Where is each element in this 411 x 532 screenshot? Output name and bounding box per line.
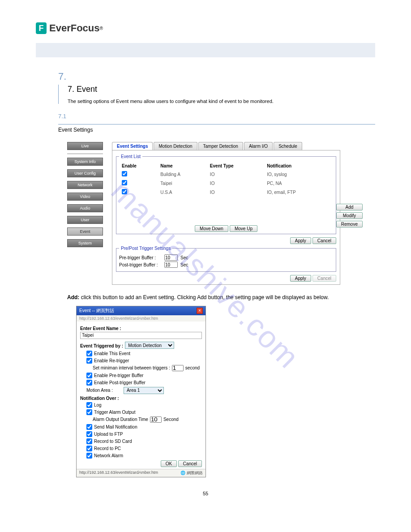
tab-event-settings[interactable]: Event Settings: [112, 142, 153, 150]
pre-trigger-input[interactable]: [164, 254, 178, 261]
event-name-input[interactable]: [80, 332, 202, 339]
intro-text: The setting options of Event menu allow …: [68, 99, 375, 104]
tab-schedule[interactable]: Schedule: [274, 142, 302, 150]
page-number: 55: [36, 491, 375, 496]
cancel-button-2[interactable]: Cancel: [313, 275, 336, 282]
row-checkbox[interactable]: [122, 180, 127, 185]
add-description: Add: click this button to add an Event s…: [67, 294, 353, 301]
event-list-legend: Event List: [119, 154, 142, 159]
apply-button-2[interactable]: Apply: [290, 275, 311, 282]
network-alarm-checkbox[interactable]: [86, 453, 92, 459]
enter-name-label: Enter Event Name :: [80, 326, 202, 331]
logo: F EverFocus®: [36, 22, 375, 34]
tab-alarm-io[interactable]: Alarm I/O: [244, 142, 273, 150]
add-button[interactable]: Add: [336, 204, 363, 210]
trigger-alarm-checkbox[interactable]: [86, 409, 92, 415]
th-name: Name: [158, 163, 207, 169]
enable-event-checkbox[interactable]: [86, 351, 92, 356]
record-sd-checkbox[interactable]: [86, 438, 92, 444]
enable-post-checkbox[interactable]: [86, 380, 92, 386]
event-table: Enable Name Event Type Notification Buil…: [119, 162, 333, 197]
triggered-by-select[interactable]: Motion Detection: [125, 342, 174, 349]
event-dialog: Event -- 網頁對話 × http://192.168.12.63/eve…: [76, 306, 206, 477]
sidebar-item-network[interactable]: Network: [67, 181, 103, 189]
sidebar-item-event[interactable]: Event: [67, 227, 103, 236]
prepost-legend: Pre/Post Trigger Settings: [119, 246, 172, 251]
min-interval-input[interactable]: [172, 365, 184, 371]
motion-area-select[interactable]: Area 1: [124, 387, 164, 394]
header-bar: [36, 43, 375, 57]
chapter-number: 7.: [58, 71, 375, 82]
sidebar-item-systeminfo[interactable]: System Info: [67, 158, 103, 166]
status-url: http://192.168.12.63/eventWizardAmber.ht…: [79, 470, 158, 476]
enable-retrigger-checkbox[interactable]: [86, 358, 92, 364]
alarm-duration-input[interactable]: [150, 416, 162, 423]
sidebar-item-system[interactable]: System: [67, 239, 103, 247]
dialog-url: http://192.168.12.63/eventWizardAmber.ht…: [77, 315, 206, 322]
tab-motion-detection[interactable]: Motion Detection: [154, 142, 197, 150]
triggered-by-label: Event Triggered by :: [80, 343, 123, 348]
dialog-cancel-button[interactable]: Cancel: [178, 460, 202, 467]
table-row[interactable]: Taipei IO PC, NA: [120, 179, 332, 187]
sidebar-item-audio[interactable]: Audio: [67, 204, 103, 212]
th-notif: Notification: [265, 163, 332, 169]
post-trigger-label: Post-trigger Buffer :: [119, 262, 162, 267]
notif-over-label: Notification Over :: [80, 396, 202, 401]
section-title: Event Settings: [58, 124, 375, 133]
apply-button[interactable]: Apply: [290, 237, 311, 244]
status-net: 🌐 網際網路: [180, 470, 203, 476]
enable-pre-checkbox[interactable]: [86, 373, 92, 378]
send-mail-checkbox[interactable]: [86, 424, 92, 430]
move-down-button[interactable]: Move Down: [195, 225, 228, 232]
row-checkbox[interactable]: [122, 189, 127, 194]
settings-screenshot: Live System Info User Config Network Vid…: [67, 142, 381, 285]
th-enable: Enable: [120, 163, 158, 169]
ok-button[interactable]: OK: [161, 460, 177, 467]
log-checkbox[interactable]: [86, 402, 92, 408]
pre-trigger-label: Pre-trigger Buffer :: [119, 255, 162, 260]
th-type: Event Type: [208, 163, 264, 169]
tabs: Event Settings Motion Detection Tamper D…: [112, 142, 340, 150]
chapter-title: 7. Event: [68, 85, 375, 94]
table-row[interactable]: U.S.A IO IO, email, FTP: [120, 188, 332, 196]
remove-button[interactable]: Remove: [336, 221, 363, 227]
sidebar-item-video[interactable]: Video: [67, 193, 103, 201]
modify-button[interactable]: Modify: [336, 212, 363, 219]
row-checkbox[interactable]: [122, 171, 127, 176]
dialog-title: Event -- 網頁對話: [79, 308, 114, 314]
close-icon[interactable]: ×: [197, 308, 203, 314]
record-pc-checkbox[interactable]: [86, 446, 92, 451]
post-trigger-input[interactable]: [164, 262, 178, 268]
section-number: 7.1: [58, 113, 375, 120]
sidebar-item-live[interactable]: Live: [67, 142, 103, 150]
cancel-button[interactable]: Cancel: [313, 237, 336, 244]
sidebar-item-user[interactable]: User: [67, 216, 103, 224]
table-row[interactable]: Building A IO IO, syslog: [120, 170, 332, 178]
upload-ftp-checkbox[interactable]: [86, 431, 92, 437]
tab-tamper-detection[interactable]: Tamper Detection: [198, 142, 243, 150]
move-up-button[interactable]: Move Up: [230, 225, 257, 232]
logo-text: EverFocus: [49, 22, 100, 34]
sidebar-item-userconfig[interactable]: User Config: [67, 169, 103, 177]
sidebar: Live System Info User Config Network Vid…: [67, 142, 103, 251]
logo-icon: F: [36, 22, 47, 34]
